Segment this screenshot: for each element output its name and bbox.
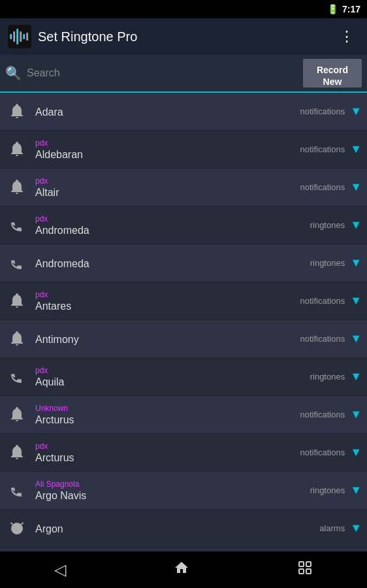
action-bar: 🔍 RecordNew — [0, 55, 367, 93]
list-item[interactable]: Argon alarms ▼ — [0, 510, 367, 547]
item-name: Antares — [35, 301, 294, 312]
item-name: Aldebaran — [35, 149, 294, 161]
search-icon: 🔍 — [5, 65, 22, 81]
item-category: notifications — [300, 334, 345, 344]
item-name: Andromeda — [35, 225, 304, 237]
item-name: Argo Navis — [35, 490, 304, 502]
item-source: Unknown — [35, 404, 294, 413]
item-expand-arrow[interactable]: ▼ — [345, 294, 367, 308]
svg-rect-10 — [306, 569, 311, 574]
item-expand-arrow[interactable]: ▼ — [345, 408, 367, 421]
bell-icon — [5, 138, 29, 161]
item-source: pdx — [35, 442, 294, 451]
top-bar: Set Ringtone Pro ⋮ — [0, 18, 367, 55]
bell-icon — [5, 403, 29, 427]
record-new-button[interactable]: RecordNew — [303, 59, 362, 88]
item-category: notifications — [300, 106, 345, 116]
item-content: Adara — [35, 105, 294, 118]
item-category: ringtones — [310, 485, 345, 495]
item-category: notifications — [300, 448, 345, 457]
item-content: pdx Aquila — [35, 366, 304, 388]
list-item[interactable]: Andromeda ringtones ▼ — [0, 244, 367, 282]
svg-rect-2 — [13, 31, 15, 42]
overflow-menu-icon[interactable]: ⋮ — [334, 25, 359, 48]
item-expand-arrow[interactable]: ▼ — [345, 370, 367, 384]
list-item[interactable]: pdx Andromeda ringtones ▼ — [0, 206, 367, 244]
svg-rect-8 — [306, 562, 311, 566]
item-source: pdx — [35, 176, 294, 186]
item-source: pdx — [35, 139, 294, 148]
item-expand-arrow[interactable]: ▼ — [345, 256, 367, 270]
item-name: Antimony — [35, 334, 294, 346]
item-content: pdx Arcturus — [35, 442, 294, 464]
svg-rect-7 — [299, 562, 304, 566]
item-source: pdx — [35, 290, 294, 299]
item-category: notifications — [300, 182, 345, 192]
alarm-icon — [5, 517, 29, 540]
list-item[interactable]: pdx Altair notifications ▼ — [0, 169, 367, 206]
phone-icon — [5, 214, 29, 237]
item-expand-arrow[interactable]: ▼ — [345, 218, 367, 232]
recent-apps-button[interactable] — [284, 555, 326, 585]
bell-icon — [5, 176, 29, 199]
item-expand-arrow[interactable]: ▼ — [345, 446, 367, 459]
svg-rect-5 — [23, 34, 25, 39]
app-logo — [8, 25, 31, 48]
item-name: Argon — [35, 523, 313, 535]
item-name: Adara — [35, 106, 294, 118]
list-item[interactable]: Ali Spagnola Argo Navis ringtones ▼ — [0, 472, 367, 510]
svg-rect-4 — [20, 31, 22, 42]
app-title: Set Ringtone Pro — [38, 29, 328, 44]
list-item[interactable]: pdx Antares notifications ▼ — [0, 282, 367, 320]
nav-bar: ◁ — [0, 551, 367, 588]
bell-icon — [5, 441, 29, 465]
svg-rect-1 — [10, 34, 12, 39]
item-expand-arrow[interactable]: ▼ — [345, 105, 367, 118]
bell-icon — [5, 327, 29, 351]
item-name: Arcturus — [35, 452, 294, 464]
svg-rect-9 — [299, 569, 304, 574]
item-name: Aquila — [35, 376, 304, 388]
item-source: Ali Spagnola — [35, 480, 304, 489]
list-item[interactable]: pdx Aldebaran notifications ▼ — [0, 131, 367, 169]
item-category: ringtones — [310, 372, 345, 382]
item-expand-arrow[interactable]: ▼ — [345, 142, 367, 156]
item-content: pdx Antares — [35, 290, 294, 312]
list-item[interactable]: Antimony notifications ▼ — [0, 320, 367, 358]
status-bar: 🔋 7:17 — [0, 0, 367, 18]
list-item[interactable]: Unknown Arcturus notifications ▼ — [0, 396, 367, 434]
item-name: Andromeda — [35, 258, 304, 270]
svg-rect-3 — [16, 29, 18, 44]
item-category: notifications — [300, 144, 345, 154]
item-name: Arcturus — [35, 414, 294, 426]
item-expand-arrow[interactable]: ▼ — [345, 180, 367, 194]
phone-icon — [5, 479, 29, 502]
list-item[interactable]: Adara notifications ▼ — [0, 93, 367, 131]
item-source: pdx — [35, 214, 304, 223]
phone-icon — [5, 252, 29, 275]
back-button[interactable]: ◁ — [41, 555, 79, 584]
item-content: Argon — [35, 522, 313, 535]
home-button[interactable] — [161, 555, 202, 585]
item-expand-arrow[interactable]: ▼ — [345, 332, 367, 346]
battery-icon: 🔋 — [327, 4, 338, 14]
search-input[interactable] — [27, 67, 298, 79]
item-content: Ali Spagnola Argo Navis — [35, 480, 304, 502]
item-expand-arrow[interactable]: ▼ — [345, 483, 367, 497]
list-item[interactable]: pdx Arcturus notifications ▼ — [0, 434, 367, 472]
item-category: notifications — [300, 296, 345, 306]
list-item[interactable]: pdx Aquila ringtones ▼ — [0, 358, 367, 396]
item-name: Altair — [35, 187, 294, 199]
item-category: ringtones — [310, 258, 345, 268]
item-content: pdx Aldebaran — [35, 139, 294, 161]
item-category: alarms — [319, 523, 345, 533]
item-expand-arrow[interactable]: ▼ — [345, 521, 367, 535]
ringtone-list: Adara notifications ▼ pdx Aldebaran noti… — [0, 93, 367, 551]
item-content: pdx Andromeda — [35, 214, 304, 237]
item-content: Unknown Arcturus — [35, 404, 294, 426]
phone-icon — [5, 365, 29, 389]
search-container: 🔍 — [5, 65, 298, 81]
item-category: ringtones — [310, 220, 345, 230]
status-time: 7:17 — [342, 4, 360, 14]
item-category: notifications — [300, 410, 345, 419]
